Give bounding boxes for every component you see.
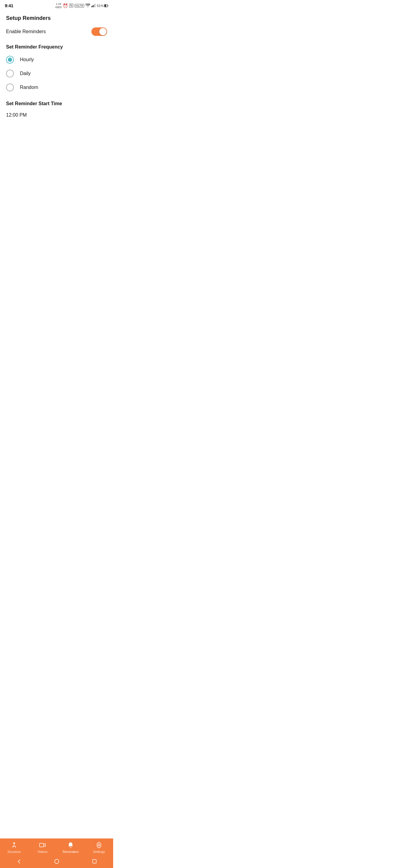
- svg-point-7: [13, 842, 15, 844]
- reminders-icon: [67, 841, 74, 849]
- system-nav: [0, 855, 113, 868]
- radio-circle-daily: [6, 70, 14, 78]
- settings-label: Settings: [93, 850, 105, 854]
- status-bar: 9:41 1.24KB/S ⏰ N VoLTE: [0, 0, 113, 10]
- toggle-knob: [99, 28, 107, 35]
- svg-rect-3: [95, 4, 96, 7]
- svg-point-10: [55, 859, 59, 864]
- radio-option-random[interactable]: Random: [6, 84, 107, 91]
- nav-item-reminders[interactable]: Reminders: [62, 841, 80, 854]
- sessions-icon: [10, 841, 18, 849]
- radio-label-daily: Daily: [20, 71, 31, 76]
- svg-rect-1: [93, 5, 93, 7]
- svg-rect-2: [94, 4, 95, 7]
- radio-label-hourly: Hourly: [20, 57, 34, 62]
- svg-point-9: [98, 844, 100, 846]
- sessions-label: Sessions: [7, 850, 21, 854]
- volte-icon: VoLTE: [75, 4, 84, 7]
- videos-label: Videos: [37, 850, 47, 854]
- main-content: Setup Reminders Enable Reminders Set Rem…: [0, 10, 113, 154]
- enable-reminders-row: Enable Reminders: [6, 27, 107, 36]
- reminders-label: Reminders: [63, 850, 79, 854]
- back-button[interactable]: [16, 858, 23, 865]
- start-time-header: Set Reminder Start Time: [6, 101, 107, 106]
- nav-tabs: Sessions Videos Reminders: [0, 838, 113, 855]
- svg-rect-6: [105, 4, 107, 7]
- frequency-radio-group: Hourly Daily Random: [6, 56, 107, 91]
- frequency-section-header: Set Reminder Frequency: [6, 44, 107, 50]
- nav-item-settings[interactable]: Settings: [90, 841, 108, 854]
- frequency-section: Set Reminder Frequency Hourly Daily Rand…: [6, 44, 107, 91]
- settings-icon: [95, 841, 103, 849]
- battery-icon: 51%: [97, 4, 108, 7]
- nav-item-sessions[interactable]: Sessions: [5, 841, 23, 854]
- radio-option-hourly[interactable]: Hourly: [6, 56, 107, 64]
- network-speed: 1.24KB/S: [56, 2, 62, 9]
- status-time: 9:41: [5, 3, 13, 8]
- battery-percent: 51%: [97, 4, 104, 7]
- nfc-icon: N: [69, 4, 73, 7]
- signal-icon: [91, 4, 96, 8]
- status-icons: 1.24KB/S ⏰ N VoLTE 51%: [56, 2, 108, 9]
- svg-rect-8: [39, 843, 44, 847]
- radio-circle-hourly: [6, 56, 14, 64]
- svg-rect-0: [91, 6, 92, 7]
- recents-button[interactable]: [91, 858, 98, 865]
- home-button[interactable]: [53, 858, 60, 865]
- radio-inner-hourly: [8, 58, 12, 62]
- radio-label-random: Random: [20, 85, 38, 90]
- alarm-icon: ⏰: [63, 3, 68, 8]
- radio-option-daily[interactable]: Daily: [6, 70, 107, 78]
- page-title: Setup Reminders: [6, 15, 107, 22]
- nav-item-videos[interactable]: Videos: [33, 841, 52, 854]
- videos-icon: [39, 841, 46, 849]
- svg-rect-5: [108, 5, 108, 6]
- svg-rect-11: [93, 860, 96, 863]
- bottom-nav: Sessions Videos Reminders: [0, 838, 113, 868]
- enable-reminders-label: Enable Reminders: [6, 29, 46, 34]
- radio-circle-random: [6, 84, 14, 91]
- start-time-section: Set Reminder Start Time 12:00 PM: [6, 101, 107, 118]
- start-time-value[interactable]: 12:00 PM: [6, 113, 107, 118]
- wifi-icon: [85, 4, 90, 8]
- enable-reminders-toggle[interactable]: [91, 27, 107, 36]
